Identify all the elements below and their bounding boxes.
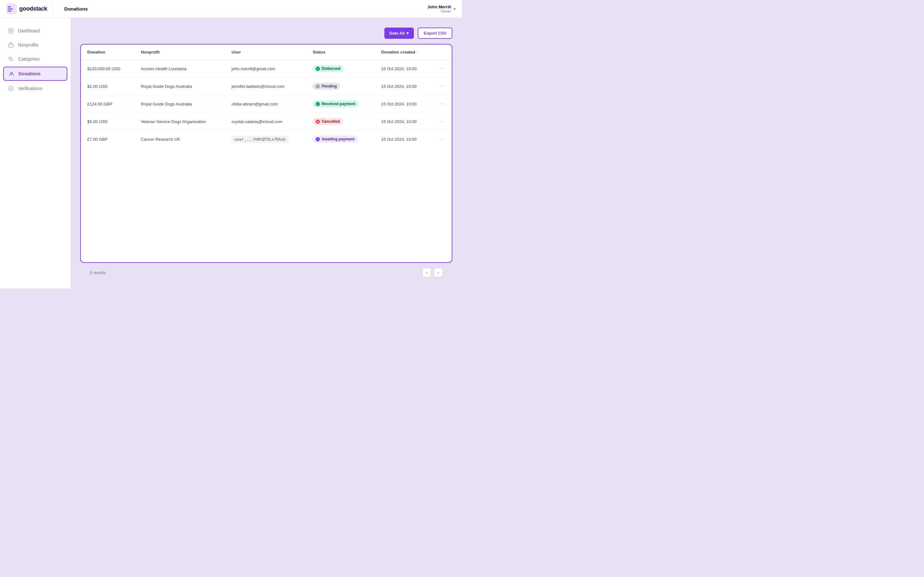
donations-table: Donation Nonprofit User Status: [81, 45, 452, 148]
table-header-row: Donation Nonprofit User Status: [81, 45, 452, 60]
export-csv-label: Export CSV: [423, 31, 447, 35]
more-options-button[interactable]: ···: [439, 119, 445, 124]
col-header-actions: [433, 45, 452, 60]
table-row: $2.00 USD Royal Guide Dogs Australia jen…: [81, 77, 452, 95]
cell-nonprofit: Access Health Louisiana: [134, 60, 225, 77]
dashboard-icon: [8, 27, 14, 34]
more-options-button[interactable]: ···: [439, 136, 445, 142]
header-page-title: Donations: [64, 6, 87, 11]
sidebar: Dashboard Nonprofits Categories: [0, 18, 71, 288]
col-header-created[interactable]: Donation created ↑: [375, 45, 433, 60]
more-options-button[interactable]: ···: [439, 83, 445, 89]
col-header-nonprofit: Nonprofit: [134, 45, 225, 60]
date-filter-button[interactable]: Date All ▾: [384, 27, 414, 39]
cell-donation: $5.00 USD: [81, 113, 134, 131]
status-badge: Received payment: [312, 100, 359, 107]
cell-actions: ···: [433, 60, 452, 77]
donations-icon: [8, 71, 15, 77]
sidebar-item-categories[interactable]: Categories: [0, 53, 71, 65]
cell-created: 15 Oct 2024, 10:00: [375, 60, 433, 77]
main-content: Date All ▾ Export CSV Donation Nonprofit: [71, 18, 462, 288]
user-menu[interactable]: John Merrill Owner ▾: [427, 5, 456, 13]
table-row: $120,000.00 USD Access Health Louisiana …: [81, 60, 452, 77]
cell-nonprofit: Veteran Service Dogs Organization: [134, 113, 225, 131]
status-badge: Cancelled: [312, 118, 343, 125]
toolbar: Date All ▾ Export CSV: [80, 27, 452, 39]
svg-point-4: [8, 28, 13, 33]
sidebar-item-verifications[interactable]: Verifications: [0, 82, 71, 95]
cell-status: Disbursed: [306, 60, 375, 77]
cell-user: jennifer.baldwin@icloud.com: [225, 77, 306, 95]
results-count: 5 results: [90, 270, 105, 275]
status-text: Disbursed: [321, 66, 341, 71]
cell-status: Awaiting payment: [306, 131, 375, 148]
table-row: £7.00 GBP Cancer Research UK user_...YnR…: [81, 131, 452, 148]
cell-created: 15 Oct 2024, 10:00: [375, 113, 433, 131]
svg-rect-3: [8, 11, 11, 11]
cell-user: crystal.catania@icloud.com: [225, 113, 306, 131]
table-footer: 5 results ‹ ›: [80, 263, 452, 282]
donations-table-container: Donation Nonprofit User Status: [80, 44, 452, 263]
svg-point-7: [10, 58, 11, 59]
sidebar-label-donations: Donations: [19, 71, 40, 76]
sidebar-label-categories: Categories: [18, 56, 40, 61]
date-filter-label: Date All: [389, 31, 405, 35]
layout: Dashboard Nonprofits Categories: [0, 18, 462, 288]
status-text: Received payment: [321, 102, 355, 106]
cell-actions: ···: [433, 95, 452, 113]
cell-nonprofit: Royal Guide Dogs Australia: [134, 77, 225, 95]
sidebar-label-dashboard: Dashboard: [18, 28, 40, 33]
status-text: Cancelled: [321, 119, 340, 124]
status-text: Awaiting payment: [321, 137, 354, 141]
cell-status: Received payment: [306, 95, 375, 113]
verifications-icon: [8, 85, 14, 92]
logo-icon: [6, 4, 17, 14]
svg-point-5: [10, 30, 12, 32]
sidebar-label-nonprofits: Nonprofits: [18, 42, 39, 47]
export-csv-button[interactable]: Export CSV: [418, 27, 452, 39]
sidebar-item-dashboard[interactable]: Dashboard: [0, 24, 71, 37]
cell-created: 15 Oct 2024, 10:00: [375, 131, 433, 148]
svg-point-8: [11, 72, 13, 74]
cell-user: user_...YnRtQTVLx7hhzG: [225, 131, 306, 148]
status-badge: Awaiting payment: [312, 135, 357, 143]
col-header-status: Status: [306, 45, 375, 60]
table-row: £124.50 GBP Royal Guide Dogs Australia o…: [81, 95, 452, 113]
cell-actions: ···: [433, 131, 452, 148]
header: goodstack Donations John Merrill Owner ▾: [0, 0, 462, 18]
chevron-down-icon: ▾: [454, 7, 456, 11]
logo-area[interactable]: goodstack: [6, 4, 47, 14]
cell-donation: £124.50 GBP: [81, 95, 134, 113]
cell-donation: $2.00 USD: [81, 77, 134, 95]
cell-status: Pending: [306, 77, 375, 95]
cell-user: ofelia.abram@gmail.com: [225, 95, 306, 113]
svg-rect-2: [8, 8, 13, 9]
cell-donation: £7.00 GBP: [81, 131, 134, 148]
more-options-button[interactable]: ···: [439, 66, 445, 71]
col-header-donation: Donation: [81, 45, 134, 60]
more-options-button[interactable]: ···: [439, 101, 445, 106]
col-header-user: User: [225, 45, 306, 60]
svg-rect-1: [8, 6, 11, 7]
pagination: ‹ ›: [422, 268, 443, 277]
cell-nonprofit: Cancer Research UK: [134, 131, 225, 148]
user-token: user_...YnRtQTVLx7hhzG: [232, 136, 288, 143]
sort-arrow-icon: ↑: [417, 50, 418, 54]
table-body: $120,000.00 USD Access Health Louisiana …: [81, 60, 452, 148]
status-text: Pending: [321, 84, 336, 89]
cell-actions: ···: [433, 113, 452, 131]
sidebar-item-donations[interactable]: Donations: [3, 67, 67, 81]
table-row: $5.00 USD Veteran Service Dogs Organizat…: [81, 113, 452, 131]
cell-status: Cancelled: [306, 113, 375, 131]
cell-user: john.merrill@gmail.com: [225, 60, 306, 77]
next-page-button[interactable]: ›: [434, 268, 443, 277]
header-left: goodstack Donations: [6, 4, 88, 14]
cell-created: 15 Oct 2024, 10:00: [375, 77, 433, 95]
sidebar-item-nonprofits[interactable]: Nonprofits: [0, 39, 71, 51]
prev-page-button[interactable]: ‹: [422, 268, 431, 277]
status-badge: Disbursed: [312, 65, 344, 72]
user-name: John Merrill: [427, 5, 451, 9]
header-divider: [52, 4, 53, 14]
date-filter-chevron-icon: ▾: [407, 31, 409, 35]
sidebar-label-verifications: Verifications: [18, 86, 42, 91]
